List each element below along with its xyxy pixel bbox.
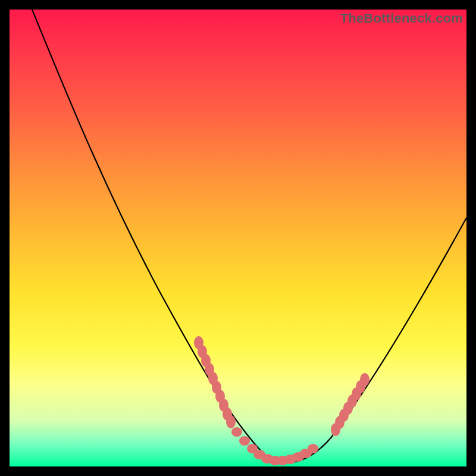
svg-point-10 [231,427,242,437]
chart-svg [10,10,466,466]
marker-cluster-right [331,373,369,436]
svg-point-20 [308,444,318,453]
chart-curve [32,10,466,463]
svg-point-11 [239,436,250,446]
marker-cluster-left [194,336,236,428]
svg-point-28 [360,373,369,386]
chart-frame: TheBottleneck.com [10,10,466,466]
marker-cluster-floor [231,427,318,465]
svg-point-9 [226,415,236,428]
